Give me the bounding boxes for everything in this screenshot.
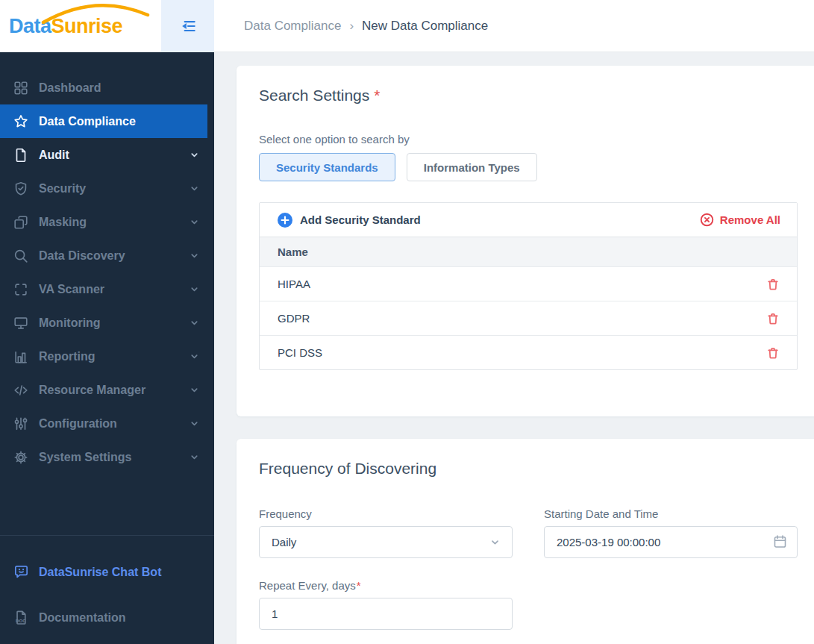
- logo-text: DataSunrise: [9, 15, 122, 38]
- frequency-form: Frequency Daily Starting Date and Time: [259, 507, 814, 558]
- sidebar-item-audit[interactable]: Audit: [0, 138, 214, 172]
- standard-name: GDPR: [278, 312, 310, 325]
- start-datetime-input[interactable]: [544, 526, 798, 558]
- repeat-every-field: Repeat Every, days*: [259, 579, 814, 630]
- main-header: Data Compliance › New Data Compliance: [214, 0, 814, 52]
- trash-icon: [766, 311, 780, 326]
- star-icon: [12, 113, 30, 131]
- trash-icon: [766, 277, 780, 292]
- gear-icon: [12, 448, 30, 466]
- sidebar-item-label: Audit: [39, 149, 189, 162]
- app-window: DataSunrise Dashboard Data Compl: [0, 0, 814, 644]
- sidebar-item-label: DataSunrise Chat Bot: [39, 566, 199, 579]
- scan-frame-icon: [12, 281, 30, 298]
- sidebar-item-resource-manager[interactable]: Resource Manager: [0, 373, 214, 407]
- monitor-icon: [12, 314, 30, 332]
- svg-text:DOC: DOC: [16, 618, 26, 623]
- chevron-down-icon: [189, 150, 199, 160]
- frequency-selected-value: Daily: [272, 536, 296, 548]
- chat-bot-icon: [12, 563, 30, 581]
- search-mode-tabs: Security Standards Information Types: [259, 153, 814, 181]
- breadcrumb-parent-link[interactable]: Data Compliance: [244, 19, 341, 34]
- sidebar-item-label: System Settings: [39, 451, 189, 464]
- x-circle-icon: [700, 213, 714, 227]
- delete-row-button[interactable]: [766, 277, 780, 292]
- sidebar-item-label: Resource Manager: [39, 384, 189, 397]
- chevron-down-icon: [489, 536, 501, 548]
- tab-information-types[interactable]: Information Types: [407, 153, 537, 181]
- sidebar: DataSunrise Dashboard Data Compl: [0, 0, 214, 644]
- sidebar-item-va-scanner[interactable]: VA Scanner: [0, 272, 214, 306]
- frequency-label: Frequency: [259, 507, 513, 520]
- start-datetime-label: Starting Date and Time: [544, 507, 798, 520]
- sliders-icon: [12, 415, 30, 433]
- start-datetime-field: Starting Date and Time: [544, 507, 798, 558]
- add-security-standard-button[interactable]: Add Security Standard: [278, 213, 421, 228]
- table-header-name: Name: [260, 237, 797, 266]
- repeat-every-label: Repeat Every, days*: [259, 579, 814, 592]
- breadcrumb-separator: ›: [349, 19, 354, 34]
- sidebar-header: DataSunrise: [0, 0, 214, 52]
- doc-file-icon: DOC: [12, 609, 30, 627]
- table-toolbar: Add Security Standard Remove All: [260, 203, 797, 237]
- chevron-down-icon: [189, 284, 199, 295]
- bar-chart-icon: [12, 348, 30, 366]
- collapse-sidebar-button[interactable]: [161, 0, 214, 52]
- frequency-card: Frequency of Discovering Frequency Daily…: [237, 439, 814, 644]
- chevron-down-icon: [189, 452, 199, 463]
- security-standards-table: Add Security Standard Remove All Name HI…: [259, 202, 798, 370]
- shield-check-icon: [12, 180, 30, 198]
- frequency-field: Frequency Daily: [259, 507, 513, 558]
- sidebar-item-monitoring[interactable]: Monitoring: [0, 306, 214, 340]
- frequency-select[interactable]: Daily: [259, 526, 513, 558]
- delete-row-button[interactable]: [766, 346, 780, 360]
- chevron-down-icon: [189, 251, 199, 261]
- sidebar-item-system-settings[interactable]: System Settings: [0, 440, 214, 474]
- trash-icon: [766, 346, 780, 360]
- code-icon: [12, 381, 30, 399]
- table-row: HIPAA: [260, 266, 797, 301]
- sidebar-item-documentation[interactable]: DOC Documentation: [0, 601, 214, 634]
- sidebar-nav: Dashboard Data Compliance Audit Sec: [0, 52, 214, 474]
- tab-security-standards[interactable]: Security Standards: [259, 153, 395, 181]
- frequency-title: Frequency of Discovering: [259, 460, 814, 478]
- chevron-down-icon: [189, 318, 199, 328]
- sidebar-item-label: Configuration: [39, 417, 189, 431]
- sidebar-item-security[interactable]: Security: [0, 172, 214, 205]
- sidebar-item-reporting[interactable]: Reporting: [0, 340, 214, 373]
- repeat-every-input[interactable]: [259, 598, 513, 630]
- chevron-down-icon: [189, 419, 199, 429]
- grid-icon: [12, 79, 30, 97]
- sidebar-item-label: Data Discovery: [39, 249, 189, 263]
- sidebar-item-masking[interactable]: Masking: [0, 205, 214, 239]
- sidebar-item-data-compliance[interactable]: Data Compliance: [0, 104, 207, 138]
- chevron-down-icon: [189, 351, 199, 362]
- file-icon: [12, 146, 30, 164]
- calendar-icon[interactable]: [772, 534, 788, 549]
- delete-row-button[interactable]: [766, 311, 780, 326]
- sidebar-item-label: VA Scanner: [39, 283, 189, 296]
- required-asterisk: *: [357, 579, 361, 592]
- standard-name: PCI DSS: [278, 346, 322, 359]
- sidebar-item-label: Data Compliance: [39, 115, 192, 128]
- sidebar-item-configuration[interactable]: Configuration: [0, 407, 214, 440]
- sidebar-footer: DataSunrise Chat Bot DOC Documentation: [0, 535, 214, 644]
- page-content: Search Settings* Select one option to se…: [214, 52, 814, 644]
- breadcrumb-current: New Data Compliance: [362, 19, 488, 34]
- search-settings-card: Search Settings* Select one option to se…: [237, 66, 814, 416]
- sidebar-item-label: Security: [39, 182, 189, 196]
- table-row: GDPR: [260, 301, 797, 335]
- sidebar-item-data-discovery[interactable]: Data Discovery: [0, 239, 214, 272]
- sidebar-item-label: Reporting: [39, 350, 189, 363]
- breadcrumb: Data Compliance › New Data Compliance: [244, 19, 488, 34]
- sidebar-item-label: Monitoring: [39, 316, 189, 330]
- chevron-down-icon: [189, 184, 199, 194]
- search-icon: [12, 247, 30, 265]
- remove-all-button[interactable]: Remove All: [700, 213, 780, 227]
- search-option-label: Select one option to search by: [259, 133, 814, 146]
- sidebar-item-dashboard[interactable]: Dashboard: [0, 71, 214, 104]
- mask-copy-icon: [12, 213, 30, 231]
- sidebar-item-chat-bot[interactable]: DataSunrise Chat Bot: [0, 555, 214, 589]
- sidebar-item-label: Documentation: [39, 611, 199, 625]
- chevron-down-icon: [189, 385, 199, 396]
